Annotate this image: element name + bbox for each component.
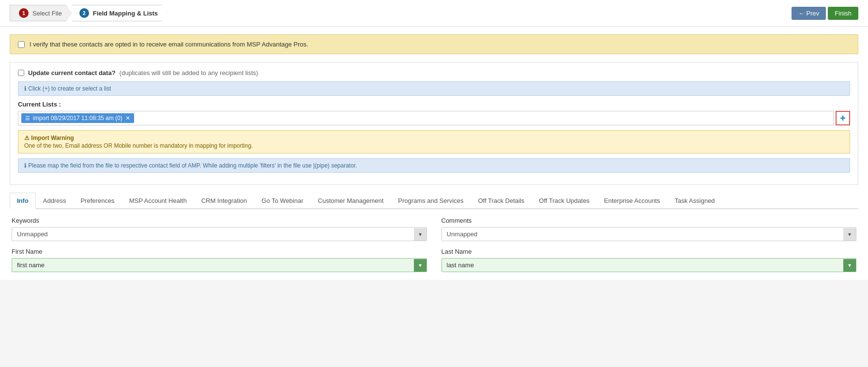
wizard-actions: ← Prev Finish bbox=[792, 7, 858, 20]
tabs-container: Info Address Preferences MSP Account Hea… bbox=[10, 193, 858, 209]
optin-text: I verify that these contacts are opted i… bbox=[30, 41, 308, 48]
update-section: Update current contact data? (duplicates… bbox=[10, 62, 858, 185]
last-name-label: Last Name bbox=[442, 248, 857, 255]
add-list-button[interactable]: + bbox=[836, 111, 850, 125]
keywords-label: Keywords bbox=[12, 217, 427, 224]
update-checkbox[interactable] bbox=[18, 70, 24, 76]
first-name-arrow[interactable]: ▾ bbox=[414, 259, 426, 272]
tab-address[interactable]: Address bbox=[36, 193, 74, 208]
warning-title: ⚠ Import Warning bbox=[24, 135, 844, 141]
tab-task-assigned[interactable]: Task Assigned bbox=[667, 193, 722, 208]
comments-arrow[interactable]: ▾ bbox=[843, 228, 856, 241]
field-group-keywords: Keywords Unmapped ▾ bbox=[12, 217, 427, 241]
comments-select[interactable]: Unmapped ▾ bbox=[442, 227, 857, 241]
finish-button[interactable]: Finish bbox=[828, 7, 858, 20]
optin-banner: I verify that these contacts are opted i… bbox=[10, 34, 858, 54]
step-1-label: Select File bbox=[32, 10, 62, 17]
step-1-number: 1 bbox=[19, 8, 29, 18]
wizard-bar: 1 Select File 2 Field Mapping & Lists ← … bbox=[0, 0, 868, 27]
tab-info[interactable]: Info bbox=[10, 193, 36, 209]
last-name-select[interactable]: last name ▾ bbox=[442, 258, 857, 272]
keywords-value: Unmapped bbox=[12, 228, 414, 241]
keywords-select[interactable]: Unmapped ▾ bbox=[12, 227, 427, 241]
list-tag-close[interactable]: ✕ bbox=[125, 115, 130, 122]
warning-text: One of the two, Email address OR Mobile … bbox=[24, 142, 844, 149]
optin-checkbox[interactable] bbox=[18, 41, 25, 48]
list-tag: ☰ import 08/29/2017 11:08:35 am (0) ✕ bbox=[21, 113, 134, 123]
prev-button[interactable]: ← Prev bbox=[792, 7, 826, 20]
tab-off-track-details[interactable]: Off Track Details bbox=[471, 193, 532, 208]
last-name-arrow[interactable]: ▾ bbox=[843, 259, 856, 272]
field-group-last-name: Last Name last name ▾ bbox=[442, 248, 857, 272]
tab-enterprise-accounts[interactable]: Enterprise Accounts bbox=[597, 193, 668, 208]
click-info-bar: ℹ Click (+) to create or select a list bbox=[18, 81, 850, 96]
list-input-area[interactable]: ☰ import 08/29/2017 11:08:35 am (0) ✕ bbox=[18, 111, 834, 125]
field-group-comments: Comments Unmapped ▾ bbox=[442, 217, 857, 241]
map-info-bar: ℹ Please map the field from the file to … bbox=[18, 158, 850, 173]
map-info-text: Please map the field from the file to re… bbox=[28, 162, 357, 169]
tab-preferences[interactable]: Preferences bbox=[74, 193, 122, 208]
comments-label: Comments bbox=[442, 217, 857, 224]
update-sublabel: (duplicates will still be added to any r… bbox=[120, 69, 259, 76]
last-name-value: last name bbox=[442, 259, 844, 272]
current-lists-label: Current Lists : bbox=[18, 101, 850, 108]
tab-programs-and-services[interactable]: Programs and Services bbox=[391, 193, 471, 208]
tab-customer-management[interactable]: Customer Management bbox=[311, 193, 391, 208]
click-info-text: Click (+) to create or select a list bbox=[28, 85, 111, 92]
tab-off-track-updates[interactable]: Off Track Updates bbox=[532, 193, 597, 208]
step-2-number: 2 bbox=[79, 8, 89, 18]
comments-value: Unmapped bbox=[442, 228, 844, 241]
tab-go-to-webinar[interactable]: Go To Webinar bbox=[254, 193, 310, 208]
first-name-label: First Name bbox=[12, 248, 427, 255]
list-icon: ☰ bbox=[25, 115, 30, 122]
wizard-step-1[interactable]: 1 Select File bbox=[10, 5, 72, 21]
warning-bar: ⚠ Import Warning One of the two, Email a… bbox=[18, 130, 850, 153]
first-name-select[interactable]: first name ▾ bbox=[12, 258, 427, 272]
field-group-first-name: First Name first name ▾ bbox=[12, 248, 427, 272]
map-info-icon: ℹ bbox=[24, 162, 27, 169]
tab-crm-integration[interactable]: CRM Integration bbox=[194, 193, 255, 208]
tab-msp-account-health[interactable]: MSP Account Health bbox=[122, 193, 194, 208]
wizard-steps: 1 Select File 2 Field Mapping & Lists bbox=[10, 5, 168, 21]
list-tag-label: import 08/29/2017 11:08:35 am (0) bbox=[33, 115, 122, 122]
keywords-arrow[interactable]: ▾ bbox=[414, 228, 426, 241]
update-row: Update current contact data? (duplicates… bbox=[18, 69, 850, 76]
first-name-value: first name bbox=[12, 259, 414, 272]
main-content: I verify that these contacts are opted i… bbox=[0, 27, 868, 280]
step-2-label: Field Mapping & Lists bbox=[93, 10, 158, 17]
fields-grid: Keywords Unmapped ▾ Comments Unmapped ▾ … bbox=[10, 217, 858, 272]
plus-icon: + bbox=[840, 113, 846, 123]
info-icon: ℹ bbox=[24, 85, 27, 92]
list-input-row: ☰ import 08/29/2017 11:08:35 am (0) ✕ + bbox=[18, 111, 850, 125]
update-label: Update current contact data? bbox=[28, 69, 116, 76]
wizard-step-2[interactable]: 2 Field Mapping & Lists bbox=[72, 5, 168, 21]
